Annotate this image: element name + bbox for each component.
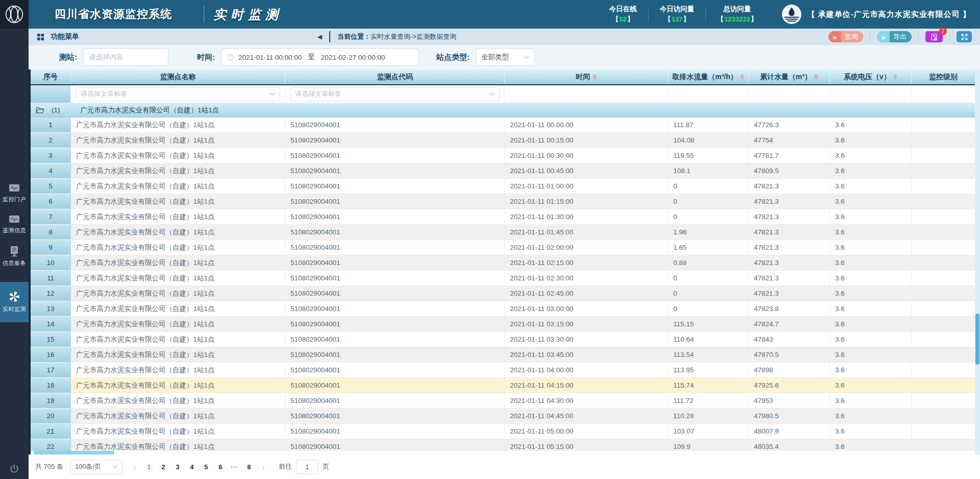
table-row[interactable]: 7 广元市高力水泥实业有限公司（自建）1站1点 5108029004001 20… bbox=[31, 209, 975, 225]
cell-flow: 119.55 bbox=[668, 148, 749, 163]
cell-time: 2021-01-11 02:30:00 bbox=[505, 271, 668, 286]
page-number[interactable]: 1 bbox=[142, 463, 156, 471]
table-row[interactable]: 6 广元市高力水泥实业有限公司（自建）1站1点 5108029004001 20… bbox=[31, 194, 975, 209]
code-filter-select[interactable]: 请选择文章标签 bbox=[290, 87, 500, 101]
col-header-flow[interactable]: 取排水流量（m³/h） bbox=[668, 69, 749, 84]
alarm-report-button[interactable]: 2 bbox=[925, 31, 943, 42]
sidebar-item-monitor-portal[interactable]: 监控门户 bbox=[0, 178, 29, 209]
goto-page-input[interactable] bbox=[296, 460, 318, 474]
next-page-button[interactable]: › bbox=[256, 463, 271, 471]
station-input[interactable]: 请选择内容 bbox=[83, 49, 168, 66]
table-row[interactable]: 14 广元市高力水泥实业有限公司（自建）1站1点 5108029004001 2… bbox=[31, 317, 975, 332]
cell-voltage: 3.6 bbox=[830, 148, 912, 163]
table-row[interactable]: 9 广元市高力水泥实业有限公司（自建）1站1点 5108029004001 20… bbox=[31, 240, 975, 255]
cell-total-water: 47821.3 bbox=[749, 209, 830, 225]
cell-monitor-level bbox=[912, 225, 975, 240]
page-number[interactable]: 3 bbox=[170, 463, 185, 471]
table-row[interactable]: 15 广元市高力水泥实业有限公司（自建）1站1点 5108029004001 2… bbox=[31, 332, 975, 347]
table-row[interactable]: 21 广元市高力水泥实业有限公司（自建）1站1点 5108029004001 2… bbox=[31, 424, 975, 439]
time-range-picker[interactable]: 2021-01-11 00:00:00 至 2021-02-27 00:00:0… bbox=[221, 49, 419, 66]
page-size-select[interactable]: 100条/页 bbox=[70, 460, 122, 474]
table-row[interactable]: 18 广元市高力水泥实业有限公司（自建）1站1点 5108029004001 2… bbox=[31, 378, 975, 393]
cell-point-name: 广元市高力水泥实业有限公司（自建）1站1点 bbox=[71, 363, 285, 378]
cell-point-code: 5108029004001 bbox=[285, 179, 505, 194]
table-row[interactable]: 8 广元市高力水泥实业有限公司（自建）1站1点 5108029004001 20… bbox=[31, 225, 975, 240]
menu-panel-header: 功能菜单 ◀ bbox=[29, 32, 329, 41]
sidebar-item-realtime-monitor[interactable]: 实时监测 bbox=[0, 282, 29, 322]
vertical-scrollbar[interactable] bbox=[975, 69, 980, 454]
page-number[interactable]: ··· bbox=[228, 463, 242, 471]
stat-visits-today: 今日访问量 【137】 bbox=[649, 5, 706, 24]
cell-point-code: 5108029004001 bbox=[285, 255, 505, 271]
pagination-bar: 共 705 条 100条/页 ‹ 123456···8 › 前往 页 bbox=[29, 454, 980, 479]
group-row[interactable]: (1) 广元市高力水泥实业有限公司（自建）1站1点 bbox=[31, 103, 975, 117]
cell-time: 2021-01-11 02:45:00 bbox=[505, 286, 668, 301]
cell-flow: 0 bbox=[668, 194, 749, 209]
table-row[interactable]: 13 广元市高力水泥实业有限公司（自建）1站1点 5108029004001 2… bbox=[31, 301, 975, 317]
table-row[interactable]: 4 广元市高力水泥实业有限公司（自建）1站1点 5108029004001 20… bbox=[31, 163, 975, 179]
app-logo[interactable] bbox=[0, 0, 29, 29]
table-filter-row: 请选择文章标签 请选择文章标签 bbox=[31, 85, 975, 103]
cell-monitor-level bbox=[912, 363, 975, 378]
sidebar-nav: 监控门户 遥测信息 bbox=[0, 178, 29, 322]
sort-icon[interactable] bbox=[593, 74, 597, 80]
sort-icon[interactable] bbox=[893, 74, 897, 80]
horizontal-scrollbar[interactable] bbox=[31, 451, 975, 454]
page-number[interactable]: 2 bbox=[156, 463, 170, 471]
stat-value: 137 bbox=[671, 15, 683, 23]
sort-icon[interactable] bbox=[814, 74, 818, 80]
fullscreen-button[interactable] bbox=[957, 31, 972, 42]
table-row[interactable]: 11 广元市高力水泥实业有限公司（自建）1站1点 5108029004001 2… bbox=[31, 271, 975, 286]
cell-point-code: 5108029004001 bbox=[285, 117, 505, 133]
module-title: 实时监测 bbox=[213, 6, 283, 23]
table-row[interactable]: 5 广元市高力水泥实业有限公司（自建）1站1点 5108029004001 20… bbox=[31, 179, 975, 194]
grid-menu-icon[interactable] bbox=[37, 33, 44, 41]
table-row[interactable]: 10 广元市高力水泥实业有限公司（自建）1站1点 5108029004001 2… bbox=[31, 255, 975, 271]
cell-index: 4 bbox=[31, 163, 71, 179]
name-filter-select[interactable]: 请选择文章标签 bbox=[76, 87, 280, 101]
table-row[interactable]: 17 广元市高力水泥实业有限公司（自建）1站1点 5108029004001 2… bbox=[31, 363, 975, 378]
sort-icon[interactable] bbox=[740, 74, 744, 80]
table-row[interactable]: 3 广元市高力水泥实业有限公司（自建）1站1点 5108029004001 20… bbox=[31, 148, 975, 163]
sidebar-item-info-service[interactable]: 信息服务 bbox=[0, 240, 29, 273]
export-button[interactable]: » 导出 bbox=[877, 31, 912, 42]
cell-monitor-level bbox=[912, 424, 975, 439]
table-header-row: 序号 监测点名称 监测点代码 时间 取排水流量（m³/h） 累计水量（m³） bbox=[31, 69, 975, 85]
page-number[interactable]: 5 bbox=[199, 463, 213, 471]
time-from-value[interactable]: 2021-01-11 00:00:00 bbox=[238, 54, 302, 61]
cell-time: 2021-01-11 00:45:00 bbox=[505, 163, 668, 179]
cell-total-water: 47925.6 bbox=[749, 378, 830, 393]
query-button[interactable]: » 查询 bbox=[828, 31, 863, 42]
table-row[interactable]: 1 广元市高力水泥实业有限公司（自建）1站1点 5108029004001 20… bbox=[31, 117, 975, 133]
sidebar-item-telemetry-info[interactable]: 遥测信息 bbox=[0, 209, 29, 240]
table-row[interactable]: 20 广元市高力水泥实业有限公司（自建）1站1点 5108029004001 2… bbox=[31, 409, 975, 424]
folder-open-icon[interactable] bbox=[36, 107, 44, 114]
col-header-time[interactable]: 时间 bbox=[505, 69, 668, 84]
time-to-value[interactable]: 2021-02-27 00:00:00 bbox=[321, 54, 385, 61]
col-header-total-water[interactable]: 累计水量（m³） bbox=[749, 69, 830, 84]
cell-total-water: 47824.7 bbox=[749, 317, 830, 332]
cell-point-name: 广元市高力水泥实业有限公司（自建）1站1点 bbox=[71, 117, 285, 133]
site-type-label: 站点类型: bbox=[436, 53, 470, 62]
page-number[interactable]: 8 bbox=[242, 463, 256, 471]
site-type-select[interactable]: 全部类型 bbox=[476, 49, 535, 66]
toolbar: 功能菜单 ◀ 当前位置： 实时水量查询->监测数据查询 » 查询 » 导出 bbox=[29, 29, 980, 45]
vertical-scrollbar-thumb[interactable] bbox=[975, 314, 979, 365]
power-icon[interactable] bbox=[9, 464, 19, 474]
table-row[interactable]: 16 广元市高力水泥实业有限公司（自建）1站1点 5108029004001 2… bbox=[31, 347, 975, 363]
cell-point-code: 5108029004001 bbox=[285, 163, 505, 179]
table-row[interactable]: 19 广元市高力水泥实业有限公司（自建）1站1点 5108029004001 2… bbox=[31, 393, 975, 409]
cell-flow: 115.15 bbox=[668, 317, 749, 332]
page-number[interactable]: 4 bbox=[185, 463, 199, 471]
filter-cell-code: 请选择文章标签 bbox=[285, 85, 505, 103]
cell-point-name: 广元市高力水泥实业有限公司（自建）1站1点 bbox=[71, 332, 285, 347]
cell-point-name: 广元市高力水泥实业有限公司（自建）1站1点 bbox=[71, 378, 285, 393]
collapse-panel-icon[interactable]: ◀ bbox=[317, 33, 322, 40]
page-number[interactable]: 6 bbox=[213, 463, 228, 471]
col-header-voltage[interactable]: 系统电压（v） bbox=[830, 69, 912, 84]
table-row[interactable]: 2 广元市高力水泥实业有限公司（自建）1站1点 5108029004001 20… bbox=[31, 133, 975, 148]
cell-voltage: 3.6 bbox=[830, 163, 912, 179]
prev-page-button[interactable]: ‹ bbox=[128, 463, 142, 471]
horizontal-scrollbar-thumb[interactable] bbox=[34, 451, 114, 454]
table-row[interactable]: 12 广元市高力水泥实业有限公司（自建）1站1点 5108029004001 2… bbox=[31, 286, 975, 301]
